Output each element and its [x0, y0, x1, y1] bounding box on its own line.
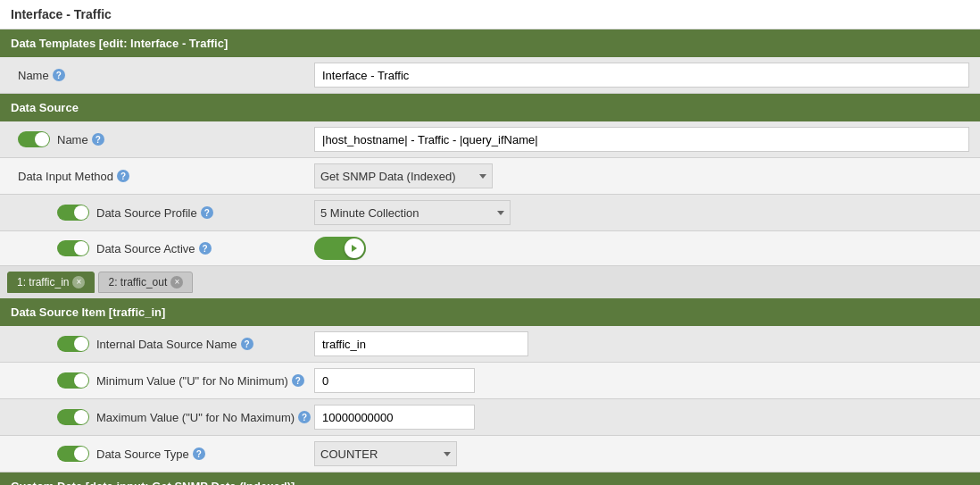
- active-toggle-arrow: [352, 245, 357, 252]
- data-source-profile-select-text: 5 Minute Collection: [320, 206, 494, 220]
- data-source-profile-label-wrapper: Data Source Profile ?: [11, 205, 314, 221]
- min-value-row: Minimum Value ("U" for No Minimum) ?: [0, 363, 980, 399]
- data-source-profile-label-text: Data Source Profile: [96, 206, 197, 220]
- min-value-label-wrapper: Minimum Value ("U" for No Minimum) ?: [11, 372, 314, 389]
- ds-type-toggle[interactable]: [57, 446, 89, 462]
- internal-name-input[interactable]: [314, 331, 528, 356]
- data-source-profile-select[interactable]: 5 Minute Collection: [314, 200, 511, 225]
- data-source-active-label-wrapper: Data Source Active ?: [11, 240, 314, 256]
- data-source-type-help-icon[interactable]: ?: [193, 447, 205, 460]
- data-source-active-help-icon[interactable]: ?: [199, 242, 212, 255]
- active-toggle-switch[interactable]: [314, 237, 366, 260]
- tabs-row: 1: traffic_in × 2: traffic_out ×: [0, 266, 980, 298]
- max-value-label-text: Maximum Value ("U" for No Maximum): [96, 411, 295, 424]
- data-source-type-label-wrapper: Data Source Type ?: [11, 446, 314, 462]
- min-value-help-icon[interactable]: ?: [292, 374, 304, 387]
- data-input-method-select-text: Get SNMP Data (Indexed): [320, 170, 476, 183]
- data-input-method-help-icon[interactable]: ?: [117, 170, 129, 182]
- internal-name-toggle[interactable]: [57, 336, 89, 352]
- name-label-text: Name: [18, 69, 49, 82]
- internal-name-value: [314, 331, 969, 356]
- ds-profile-toggle[interactable]: [57, 205, 89, 221]
- data-source-type-label-text: Data Source Type: [96, 447, 189, 461]
- name-input[interactable]: [314, 63, 969, 88]
- ds-name-row: Name ?: [0, 121, 980, 158]
- data-input-method-value: Get SNMP Data (Indexed): [314, 163, 969, 188]
- max-value-label-wrapper: Maximum Value ("U" for No Maximum) ?: [11, 409, 314, 425]
- name-help-icon[interactable]: ?: [53, 69, 65, 81]
- min-value-input[interactable]: [314, 368, 475, 393]
- data-input-method-label-text: Data Input Method: [18, 170, 113, 183]
- data-input-method-label-wrapper: Data Input Method ?: [11, 170, 314, 183]
- tab-traffic-in[interactable]: 1: traffic_in ×: [7, 272, 95, 293]
- ds-name-label-wrapper: Name ?: [11, 131, 314, 147]
- data-source-type-select[interactable]: COUNTER: [314, 441, 457, 466]
- page-container: Interface - Traffic Data Templates [edit…: [0, 0, 980, 485]
- ds-active-toggle[interactable]: [57, 240, 89, 256]
- data-source-type-value: COUNTER: [314, 441, 969, 466]
- min-value-toggle[interactable]: [57, 372, 89, 389]
- tab-traffic-out[interactable]: 2: traffic_out ×: [98, 272, 193, 293]
- tab-traffic-out-close[interactable]: ×: [170, 276, 183, 288]
- tab-traffic-in-label: 1: traffic_in: [17, 276, 69, 288]
- data-source-active-row: Data Source Active ?: [0, 231, 980, 266]
- internal-name-label-text: Internal Data Source Name: [96, 338, 237, 351]
- max-value-value: [314, 405, 969, 430]
- ds-name-toggle[interactable]: [18, 131, 50, 147]
- data-source-profile-dropdown-arrow: [497, 211, 504, 215]
- name-row: Name ?: [0, 57, 980, 94]
- data-source-profile-value: 5 Minute Collection: [314, 200, 969, 225]
- max-value-row: Maximum Value ("U" for No Maximum) ?: [0, 399, 980, 436]
- max-value-toggle[interactable]: [57, 409, 89, 425]
- data-source-active-value: [314, 237, 969, 260]
- name-label: Name ?: [11, 69, 314, 82]
- min-value-label-text: Minimum Value ("U" for No Minimum): [96, 374, 288, 388]
- data-source-type-row: Data Source Type ? COUNTER: [0, 436, 980, 472]
- internal-name-label-wrapper: Internal Data Source Name ?: [11, 336, 314, 352]
- tab-traffic-out-label: 2: traffic_out: [108, 276, 167, 288]
- internal-name-help-icon[interactable]: ?: [241, 338, 253, 350]
- max-value-help-icon[interactable]: ?: [298, 411, 311, 423]
- page-title: Interface - Traffic: [0, 0, 980, 29]
- data-source-profile-help-icon[interactable]: ?: [201, 206, 213, 219]
- active-toggle-knob: [345, 238, 364, 258]
- min-value-value: [314, 368, 969, 393]
- data-templates-section-header: Data Templates [edit: Interface - Traffi…: [0, 29, 980, 57]
- ds-name-value: [314, 127, 969, 152]
- data-source-type-select-text: COUNTER: [320, 447, 440, 461]
- data-source-section-header: Data Source: [0, 94, 980, 121]
- data-source-type-dropdown-arrow: [444, 452, 451, 456]
- data-input-method-dropdown-arrow: [479, 174, 486, 179]
- data-input-method-select[interactable]: Get SNMP Data (Indexed): [314, 163, 493, 188]
- data-input-method-row: Data Input Method ? Get SNMP Data (Index…: [0, 158, 980, 195]
- internal-name-row: Internal Data Source Name ?: [0, 326, 980, 363]
- tab-traffic-in-close[interactable]: ×: [72, 276, 85, 288]
- ds-name-input[interactable]: [314, 127, 969, 152]
- data-source-profile-row: Data Source Profile ? 5 Minute Collectio…: [0, 195, 980, 231]
- ds-name-help-icon[interactable]: ?: [92, 133, 104, 146]
- custom-data-section-header: Custom Data [data input: Get SNMP Data (…: [0, 472, 980, 485]
- data-source-item-section-header: Data Source Item [traffic_in]: [0, 298, 980, 326]
- name-value: [314, 63, 969, 88]
- ds-name-label-text: Name: [57, 133, 88, 146]
- max-value-input[interactable]: [314, 405, 475, 430]
- data-source-active-label-text: Data Source Active: [96, 242, 195, 255]
